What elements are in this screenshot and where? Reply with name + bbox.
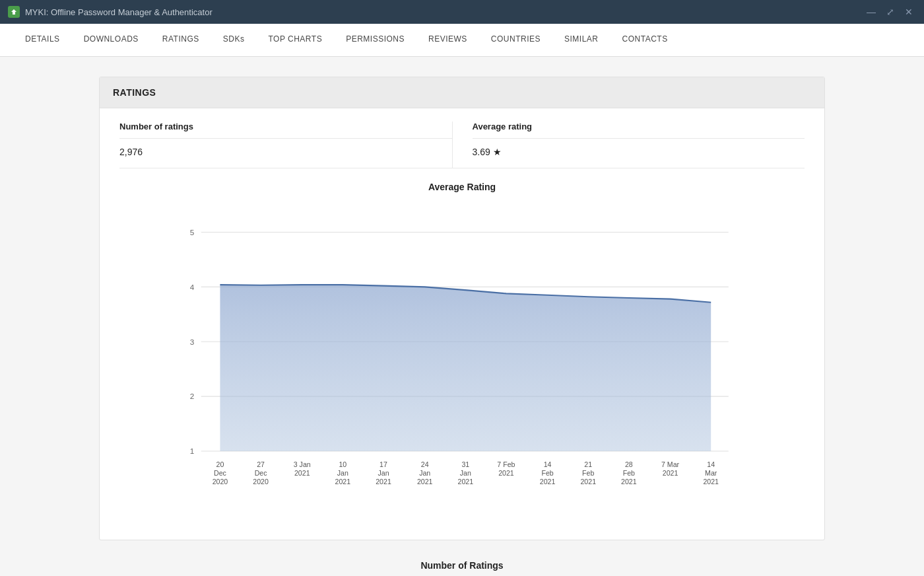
x-label-1: 27: [257, 460, 265, 468]
x-label-0c: 2020: [213, 478, 228, 486]
x-label-10c: 2021: [621, 478, 637, 486]
x-label-8: 14: [544, 460, 552, 468]
ratings-card: RATINGS Number of ratings 2,976 Average …: [99, 77, 825, 540]
x-label-7b: 2021: [498, 469, 514, 477]
window-title: MYKI: Offline Password Manager & Authent…: [25, 7, 213, 17]
avg-rating-svg: 5 4 3 2 1: [182, 204, 742, 513]
num-ratings-chart-container: Number of Ratings 4,000 1 star: [99, 560, 825, 577]
ratings-section-title: RATINGS: [113, 87, 156, 98]
nav-item-sdks[interactable]: SDKs: [211, 24, 257, 56]
num-ratings-label: Number of ratings: [119, 122, 452, 139]
num-ratings-value: 2,976: [119, 147, 452, 157]
y-label-3: 3: [190, 338, 195, 346]
ratings-section-body: Number of ratings 2,976 Average rating 3…: [100, 108, 824, 540]
avg-rating-chart-area: 5 4 3 2 1: [182, 204, 742, 513]
title-bar-left: MYKI: Offline Password Manager & Authent…: [8, 6, 213, 18]
x-label-10b: Feb: [623, 469, 635, 477]
close-button[interactable]: ✕: [902, 5, 916, 18]
x-label-9: 21: [584, 460, 592, 468]
x-label-5c: 2021: [417, 478, 433, 486]
minimize-button[interactable]: —: [863, 5, 879, 18]
y-label-2: 2: [190, 392, 195, 400]
y-label-5: 5: [190, 228, 195, 236]
avg-rating-label: Average rating: [473, 122, 805, 139]
x-label-7: 7 Feb: [497, 460, 515, 468]
ratings-section-header: RATINGS: [100, 77, 824, 108]
avg-rating-col: Average rating 3.69 ★: [452, 122, 805, 168]
nav-item-top-charts[interactable]: TOP CHARTS: [256, 24, 334, 56]
nav-item-downloads[interactable]: DOWNLOADS: [72, 24, 150, 56]
num-ratings-chart-title: Number of Ratings: [99, 560, 825, 571]
area-fill: [220, 285, 711, 451]
ratings-stats-row: Number of ratings 2,976 Average rating 3…: [119, 122, 805, 168]
x-label-3: 10: [339, 460, 346, 468]
num-ratings-col: Number of ratings 2,976: [119, 122, 452, 168]
nav-item-reviews[interactable]: REVIEWS: [416, 24, 479, 56]
y-label-4: 4: [190, 283, 195, 291]
x-label-10: 28: [625, 460, 633, 468]
x-label-8c: 2021: [540, 478, 556, 486]
x-label-2: 3 Jan: [294, 460, 311, 468]
maximize-button[interactable]: ⤢: [883, 5, 898, 18]
x-label-8b: Feb: [541, 469, 553, 477]
nav-item-permissions[interactable]: PERMISSIONS: [334, 24, 416, 56]
nav-item-countries[interactable]: COUNTRIES: [479, 24, 552, 56]
x-label-9c: 2021: [580, 478, 596, 486]
x-label-5: 24: [421, 460, 429, 468]
x-label-11b: 2021: [663, 469, 678, 477]
x-label-0b: Dec: [214, 469, 227, 477]
x-label-12c: 2021: [703, 478, 719, 486]
x-label-1c: 2020: [253, 478, 269, 486]
window-controls: — ⤢ ✕: [863, 5, 916, 18]
x-label-3c: 2021: [335, 478, 351, 486]
nav-item-ratings[interactable]: RATINGS: [150, 24, 211, 56]
y-label-1: 1: [190, 447, 195, 455]
x-label-12: 14: [707, 460, 715, 468]
nav-item-contacts[interactable]: CONTACTS: [610, 24, 680, 56]
x-label-4b: Jan: [378, 469, 389, 477]
x-label-1b: Dec: [255, 469, 268, 477]
x-label-4: 17: [380, 460, 387, 468]
nav-item-details[interactable]: DETAILS: [13, 24, 72, 56]
avg-rating-chart-title: Average Rating: [182, 182, 742, 192]
x-label-12b: Mar: [705, 469, 717, 477]
x-label-4c: 2021: [376, 478, 391, 486]
x-label-6: 31: [461, 460, 469, 468]
avg-rating-value: 3.69 ★: [473, 147, 805, 157]
nav-item-similar[interactable]: SIMILAR: [552, 24, 610, 56]
title-bar: MYKI: Offline Password Manager & Authent…: [0, 0, 924, 24]
x-label-5b: Jan: [419, 469, 430, 477]
x-label-0: 20: [216, 460, 224, 468]
nav-bar: DETAILS DOWNLOADS RATINGS SDKs TOP CHART…: [0, 24, 924, 57]
main-content: RATINGS Number of ratings 2,976 Average …: [0, 57, 924, 576]
avg-rating-chart-container: Average Rating 5 4 3 2 1: [182, 182, 742, 513]
x-label-2b: 2021: [294, 469, 310, 477]
app-icon: [8, 6, 20, 18]
x-label-6b: Jan: [460, 469, 471, 477]
x-label-3b: Jan: [337, 469, 348, 477]
x-label-11: 7 Mar: [661, 460, 680, 468]
x-label-9b: Feb: [582, 469, 594, 477]
x-label-6c: 2021: [458, 478, 474, 486]
